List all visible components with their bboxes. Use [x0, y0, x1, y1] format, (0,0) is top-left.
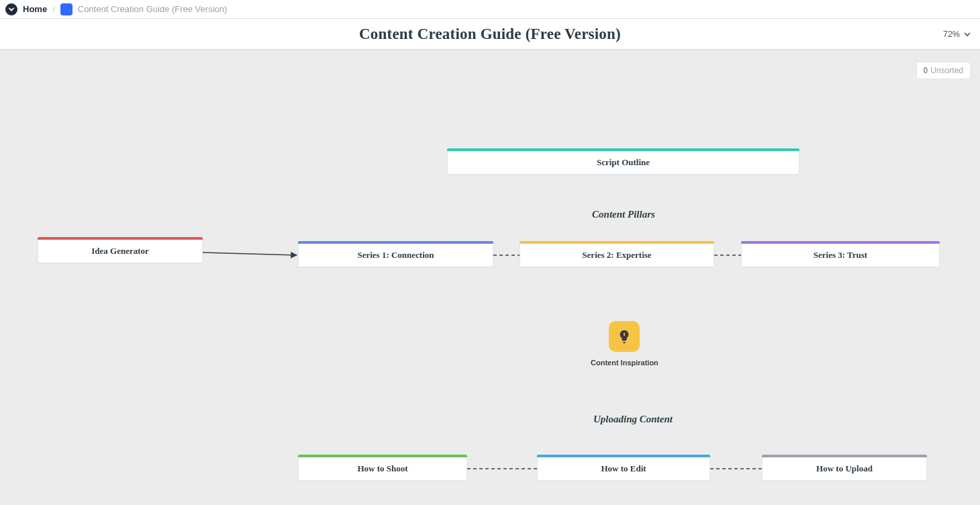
- zoom-selector[interactable]: 72%: [943, 30, 971, 39]
- breadcrumb-doc-label: Content Creation Guide (Free Version): [78, 4, 228, 14]
- breadcrumb-home[interactable]: Home: [23, 4, 47, 14]
- breadcrumb-bar: Home / Content Creation Guide (Free Vers…: [0, 0, 980, 19]
- unsorted-count: 0: [924, 66, 928, 75]
- canvas[interactable]: 0 Unsorted Content Pillars Uploading Con…: [0, 50, 980, 505]
- content-inspiration[interactable]: Content Inspiration: [591, 321, 658, 367]
- card-series-trust[interactable]: Series 3: Trust: [741, 243, 940, 267]
- content-inspiration-label: Content Inspiration: [591, 359, 658, 367]
- unsorted-label: Unsorted: [930, 66, 963, 75]
- section-heading-pillars: Content Pillars: [580, 209, 667, 220]
- card-label: Series 3: Trust: [814, 250, 867, 261]
- document-color-swatch: [60, 3, 72, 15]
- card-label: Script Outline: [597, 157, 650, 168]
- chevron-down-icon: [964, 31, 971, 38]
- card-how-to-shoot[interactable]: How to Shoot: [298, 457, 467, 481]
- card-series-connection[interactable]: Series 1: Connection: [298, 243, 493, 267]
- card-idea-generator[interactable]: Idea Generator: [38, 239, 203, 263]
- card-label: Series 2: Expertise: [582, 250, 651, 261]
- section-heading-uploading: Uploading Content: [591, 414, 675, 425]
- zoom-value: 72%: [943, 30, 960, 39]
- card-script-outline[interactable]: Script Outline: [447, 150, 799, 175]
- page-title: Content Creation Guide (Free Version): [359, 26, 621, 43]
- card-how-to-upload[interactable]: How to Upload: [762, 457, 927, 481]
- lightbulb-icon: [609, 321, 640, 352]
- card-label: Idea Generator: [91, 246, 149, 257]
- card-label: How to Upload: [816, 463, 873, 474]
- app-logo-icon[interactable]: [5, 3, 17, 15]
- card-series-expertise[interactable]: Series 2: Expertise: [520, 243, 714, 267]
- card-label: How to Shoot: [357, 463, 407, 474]
- title-bar: Content Creation Guide (Free Version) 72…: [0, 19, 980, 50]
- card-how-to-edit[interactable]: How to Edit: [537, 457, 710, 481]
- breadcrumb-separator: /: [52, 4, 55, 14]
- card-label: Series 1: Connection: [357, 250, 434, 261]
- unsorted-badge[interactable]: 0 Unsorted: [916, 62, 971, 79]
- card-label: How to Edit: [601, 463, 646, 474]
- connectors: [0, 50, 980, 505]
- svg-line-0: [203, 252, 297, 255]
- breadcrumb-current[interactable]: Content Creation Guide (Free Version): [60, 3, 228, 15]
